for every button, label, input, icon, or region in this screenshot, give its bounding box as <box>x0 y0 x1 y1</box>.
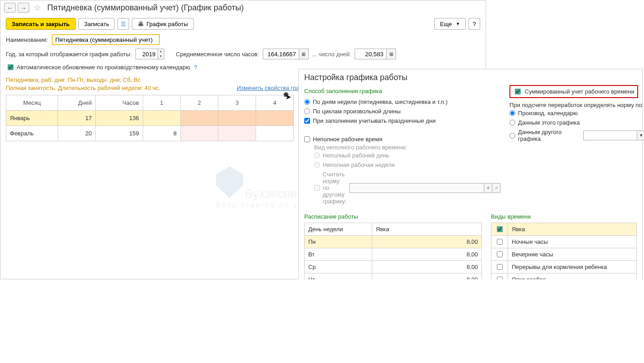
avg-hours-label: Среднемесячное число часов: <box>176 51 259 58</box>
schedule-row[interactable]: Ср8,00 <box>305 261 482 273</box>
section-fill-method: Способ заполнения графика <box>304 88 500 94</box>
col-3: 3 <box>218 95 256 111</box>
year-up-icon[interactable]: ▲ <box>158 49 164 54</box>
calendar-table: Месяц Дней Часов 1 2 3 4 Январь 17 136 Ф… <box>6 95 294 141</box>
list-icon-button[interactable]: ☰ <box>117 18 129 30</box>
list-icon: ☰ <box>121 21 126 27</box>
sum-accounting-check[interactable]: Суммированный учет рабочего времени <box>509 85 638 98</box>
table-row[interactable]: Февраль 20 159 8 <box>6 126 294 141</box>
settings-title: Настройка графика работы <box>304 73 637 82</box>
schedule-button[interactable]: 🖶 График работы <box>132 18 194 30</box>
check-partial[interactable]: Неполное рабочее время <box>304 134 500 144</box>
page-title: Пятидневка (суммированный учет) (График … <box>47 3 244 13</box>
save-close-button[interactable]: Записать и закрыть <box>6 18 76 30</box>
calculator-icon[interactable]: ⊞ <box>299 49 309 59</box>
nav-back-button[interactable]: ← <box>4 3 16 13</box>
radio-partial-week: Неполная рабочая неделя <box>314 160 500 170</box>
norm-label: При подсчете переработок определять норм… <box>509 102 644 108</box>
radio-norm-calendar[interactable]: Производ. календарю <box>509 108 644 118</box>
type-row[interactable]: Перерывы для кормления ребенка <box>491 261 637 273</box>
col-hours: Часов <box>96 95 143 111</box>
section-time-types: Виды времени <box>491 213 637 220</box>
type-row[interactable]: Явка особая <box>491 273 637 280</box>
radio-by-cycle[interactable]: По циклам произвольной длины <box>304 107 500 116</box>
year-down-icon[interactable]: ▼ <box>158 54 164 59</box>
type-row[interactable]: Вечерние часы <box>491 248 637 261</box>
year-stepper[interactable]: ▲▼ <box>135 49 164 59</box>
col-2: 2 <box>180 95 218 111</box>
chevron-down-icon: ▼ <box>484 183 492 193</box>
print-icon: 🖶 <box>138 21 144 27</box>
col-4: 4 <box>256 95 294 111</box>
open-icon: ↗ <box>492 183 500 193</box>
avg-days-label: ... число дней: <box>312 51 351 58</box>
radio-norm-other[interactable]: Данным другого графика ▼↗ <box>509 127 644 143</box>
radio-partial-day: Неполный рабочий день <box>314 151 500 160</box>
schedule-row[interactable]: Чт8,00 <box>305 273 482 280</box>
col-month: Месяц <box>6 95 58 111</box>
time-types-table: Явка Ночные часы Вечерние часы Перерывы … <box>491 223 637 279</box>
other-norm-combo <box>349 183 484 193</box>
table-row[interactable]: Январь 17 136 <box>6 111 294 126</box>
type-row[interactable]: Явка <box>491 223 637 236</box>
col-days: Дней <box>58 95 96 111</box>
chevron-down-icon[interactable]: ▼ <box>637 130 644 140</box>
schedule-table: День неделиЯвка Пн8,00 Вт8,00 Ср8,00 Чт8… <box>304 223 482 279</box>
chevron-down-icon: ▼ <box>456 22 460 26</box>
norm-other-combo[interactable] <box>583 130 637 140</box>
schedule-row[interactable]: Пн8,00 <box>305 236 482 248</box>
avg-days-field[interactable] <box>355 49 386 59</box>
help-button[interactable]: ? <box>468 18 480 30</box>
radio-by-weekdays[interactable]: По дням недели (пятидневка, шестидневка … <box>304 97 500 107</box>
type-row[interactable]: Ночные часы <box>491 236 637 248</box>
favorite-icon[interactable]: ☆ <box>34 3 41 13</box>
calculator-icon[interactable]: ⊞ <box>386 49 396 59</box>
check-holidays[interactable]: При заполнении учитывать праздничные дни <box>304 116 500 125</box>
name-label: Наименование: <box>6 36 48 43</box>
year-label: Год, за который отображается график рабо… <box>6 51 132 58</box>
help-icon[interactable]: ? <box>194 64 197 71</box>
col-1: 1 <box>143 95 180 111</box>
radio-norm-this[interactable]: Данным этого графика <box>509 118 644 127</box>
year-input[interactable] <box>135 49 158 59</box>
check-other-norm: Считать норму по другому графику: ▼↗ <box>314 170 500 206</box>
partial-kind-label: Вид неполного рабочего времени: <box>314 144 500 151</box>
section-schedule: Расписание работы <box>304 213 482 220</box>
save-button[interactable]: Записать <box>78 18 115 30</box>
more-button[interactable]: Еще▼ <box>434 18 466 30</box>
avg-hours-field[interactable] <box>263 49 299 59</box>
schedule-row[interactable]: Вт8,00 <box>305 248 482 261</box>
name-field[interactable] <box>52 34 160 45</box>
auto-update-checkbox[interactable]: Автоматическое обновление по производств… <box>6 63 190 72</box>
nav-forward-button[interactable]: → <box>18 3 29 13</box>
